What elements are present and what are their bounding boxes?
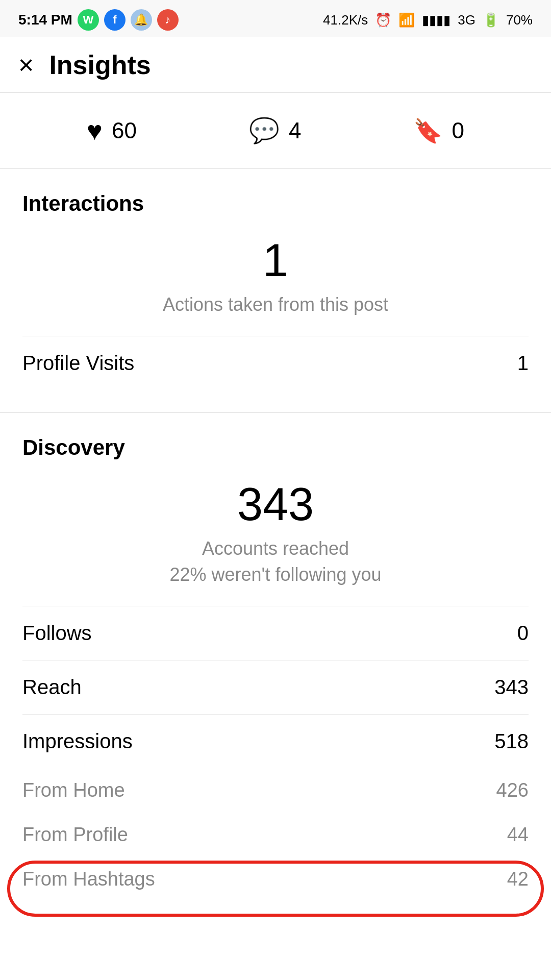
likes-stat: ♥ 60 xyxy=(87,115,137,146)
from-hashtags-value: 42 xyxy=(507,868,529,890)
bell-icon: 🔔 xyxy=(131,9,152,31)
status-bar: 5:14 PM W f 🔔 ♪ 41.2K/s ⏰ 📶 ▮▮▮▮ 3G 🔋 70… xyxy=(0,0,551,37)
nav-bar: × Insights xyxy=(0,37,551,93)
from-profile-row: From Profile 44 xyxy=(22,813,529,857)
reach-row: Reach 343 xyxy=(22,660,529,714)
from-profile-label: From Profile xyxy=(22,824,128,846)
from-hashtags-label: From Hashtags xyxy=(22,868,155,890)
bookmarks-value: 0 xyxy=(452,118,464,143)
interactions-section: Interactions 1 Actions taken from this p… xyxy=(0,169,551,413)
discovery-section: Discovery 343 Accounts reached 22% weren… xyxy=(0,413,551,901)
follows-label: Follows xyxy=(22,622,92,645)
music-icon: ♪ xyxy=(157,9,179,31)
status-left: 5:14 PM W f 🔔 ♪ xyxy=(18,9,179,31)
from-profile-value: 44 xyxy=(507,824,529,846)
follows-value: 0 xyxy=(517,622,529,645)
network-type: 3G xyxy=(458,12,475,28)
heart-icon: ♥ xyxy=(87,115,103,146)
interactions-title: Interactions xyxy=(22,191,529,216)
discovery-subtitle-line2: 22% weren't following you xyxy=(169,564,381,585)
close-button[interactable]: × xyxy=(18,52,34,78)
bookmark-icon: 🔖 xyxy=(413,117,442,144)
wifi-icon: 📶 xyxy=(398,12,415,28)
likes-value: 60 xyxy=(112,118,137,143)
engagement-stats-row: ♥ 60 💬 4 🔖 0 xyxy=(0,93,551,169)
impressions-row: Impressions 518 xyxy=(22,714,529,768)
reach-value: 343 xyxy=(494,676,529,699)
signal-icon: ▮▮▮▮ xyxy=(422,12,450,28)
from-home-row: From Home 426 xyxy=(22,768,529,813)
status-time: 5:14 PM xyxy=(18,12,72,28)
profile-visits-value: 1 xyxy=(517,352,529,375)
battery-icon: 🔋 xyxy=(483,12,499,28)
facebook-icon: f xyxy=(104,9,126,31)
discovery-big-number: 343 xyxy=(22,478,529,531)
discovery-subtitle-line1: Accounts reached xyxy=(202,538,349,559)
profile-visits-label: Profile Visits xyxy=(22,352,134,375)
from-home-value: 426 xyxy=(496,779,529,801)
comments-stat: 💬 4 xyxy=(249,116,301,145)
comment-icon: 💬 xyxy=(249,116,280,145)
comments-value: 4 xyxy=(289,118,301,143)
battery-level: 70% xyxy=(506,12,533,28)
reach-label: Reach xyxy=(22,676,82,699)
profile-visits-row: Profile Visits 1 xyxy=(22,336,529,390)
whatsapp-icon: W xyxy=(78,9,99,31)
impressions-label: Impressions xyxy=(22,730,133,753)
follows-row: Follows 0 xyxy=(22,606,529,660)
page-title: Insights xyxy=(49,50,151,80)
from-hashtags-wrapper: From Hashtags 42 xyxy=(17,857,534,901)
bookmarks-stat: 🔖 0 xyxy=(413,117,464,144)
interactions-big-number: 1 xyxy=(22,234,529,287)
network-speed: 41.2K/s xyxy=(323,12,368,28)
from-hashtags-row: From Hashtags 42 xyxy=(17,857,534,901)
clock-icon: ⏰ xyxy=(375,12,391,28)
discovery-title: Discovery xyxy=(22,435,529,460)
status-right: 41.2K/s ⏰ 📶 ▮▮▮▮ 3G 🔋 70% xyxy=(323,12,533,28)
interactions-subtitle: Actions taken from this post xyxy=(22,292,529,317)
impressions-value: 518 xyxy=(494,730,529,753)
from-home-label: From Home xyxy=(22,779,125,801)
discovery-subtitle: Accounts reached 22% weren't following y… xyxy=(22,536,529,587)
